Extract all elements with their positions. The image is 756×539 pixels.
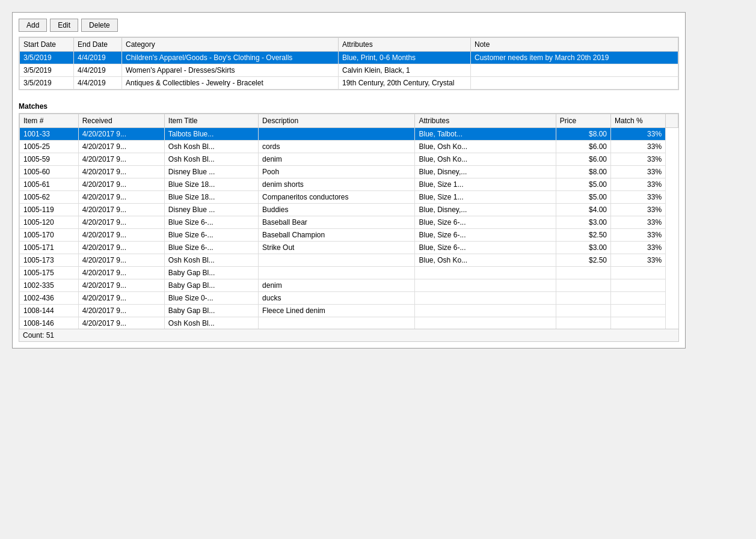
matches-table: Item # Received Item Title Description A…: [19, 114, 678, 329]
match-cell-price: $2.50: [556, 254, 610, 267]
matches-table-row[interactable]: 1005-175 4/20/2017 9... Baby Gap Bl...: [20, 267, 678, 279]
top-cell-end: 4/4/2019: [74, 64, 122, 77]
match-cell-price: $8.00: [556, 128, 610, 141]
match-cell-desc: denim shorts: [259, 178, 415, 191]
match-cell-itemnum: 1005-60: [20, 166, 79, 178]
match-cell-title: Blue Size 6-...: [164, 216, 258, 229]
col-end-date: End Date: [74, 38, 122, 52]
match-cell-price: $6.00: [556, 141, 610, 153]
top-cell-category: Children's Apparel/Goods - Boy's Clothin…: [122, 52, 339, 64]
match-cell-title: Blue Size 18...: [164, 191, 258, 204]
matches-table-row[interactable]: 1005-25 4/20/2017 9... Osh Kosh Bl... co…: [20, 141, 678, 153]
match-cell-itemnum: 1005-25: [20, 141, 79, 153]
top-table-row[interactable]: 3/5/2019 4/4/2019 Antiques & Collectible…: [20, 77, 678, 90]
top-cell-end: 4/4/2019: [74, 77, 122, 90]
match-cell-desc: cords: [259, 141, 415, 153]
match-cell-title: Osh Kosh Bl...: [164, 153, 258, 166]
match-cell-price: $3.00: [556, 242, 610, 254]
match-cell-attr: [415, 279, 556, 292]
matches-table-row[interactable]: 1005-171 4/20/2017 9... Blue Size 6-... …: [20, 242, 678, 254]
mcol-price: Price: [556, 114, 610, 128]
match-cell-attr: Blue, Disney,...: [415, 204, 556, 216]
match-cell-itemnum: 1005-119: [20, 204, 79, 216]
matches-table-row[interactable]: 1005-119 4/20/2017 9... Disney Blue ... …: [20, 204, 678, 216]
match-cell-attr: Blue, Size 6-...: [415, 216, 556, 229]
count-bar: Count: 51: [19, 329, 679, 342]
delete-button[interactable]: Delete: [81, 19, 118, 32]
matches-table-row[interactable]: 1005-61 4/20/2017 9... Blue Size 18... d…: [20, 178, 678, 191]
top-cell-end: 4/4/2019: [74, 52, 122, 64]
match-cell-desc: Strike Out: [259, 242, 415, 254]
match-cell-received: 4/20/2017 9...: [78, 317, 164, 330]
match-cell-price: $2.50: [556, 229, 610, 242]
match-cell-received: 4/20/2017 9...: [78, 216, 164, 229]
matches-table-row[interactable]: 1005-120 4/20/2017 9... Blue Size 6-... …: [20, 216, 678, 229]
match-cell-attr: Blue, Disney,...: [415, 166, 556, 178]
match-cell-match: 33%: [610, 204, 665, 216]
match-cell-received: 4/20/2017 9...: [78, 128, 164, 141]
top-cell-note: [471, 77, 678, 90]
match-cell-itemnum: 1005-120: [20, 216, 79, 229]
match-cell-match: 33%: [610, 216, 665, 229]
matches-table-row[interactable]: 1008-144 4/20/2017 9... Baby Gap Bl... F…: [20, 305, 678, 317]
match-cell-attr: Blue, Size 6-...: [415, 242, 556, 254]
edit-button[interactable]: Edit: [50, 19, 78, 32]
match-cell-price: $5.00: [556, 178, 610, 191]
match-cell-received: 4/20/2017 9...: [78, 166, 164, 178]
match-cell-desc: Fleece Lined denim: [259, 305, 415, 317]
match-cell-price: $5.00: [556, 191, 610, 204]
matches-table-row[interactable]: 1005-60 4/20/2017 9... Disney Blue ... P…: [20, 166, 678, 178]
matches-table-row[interactable]: 1005-59 4/20/2017 9... Osh Kosh Bl... de…: [20, 153, 678, 166]
matches-table-row[interactable]: 1008-146 4/20/2017 9... Osh Kosh Bl...: [20, 317, 678, 330]
match-cell-match: [610, 305, 665, 317]
match-cell-received: 4/20/2017 9...: [78, 267, 164, 279]
matches-table-row[interactable]: 1001-33 4/20/2017 9... Talbots Blue... B…: [20, 128, 678, 141]
match-cell-desc: Baseball Champion: [259, 229, 415, 242]
mcol-item-title: Item Title: [164, 114, 258, 128]
match-cell-attr: Blue, Osh Ko...: [415, 254, 556, 267]
match-cell-title: Baby Gap Bl...: [164, 279, 258, 292]
match-cell-price: [556, 305, 610, 317]
match-cell-desc: [259, 317, 415, 330]
match-cell-match: 33%: [610, 242, 665, 254]
top-table-row[interactable]: 3/5/2019 4/4/2019 Children's Apparel/Goo…: [20, 52, 678, 64]
col-category: Category: [122, 38, 339, 52]
top-table: Start Date End Date Category Attributes …: [19, 37, 678, 90]
top-table-row[interactable]: 3/5/2019 4/4/2019 Women's Apparel - Dres…: [20, 64, 678, 77]
match-cell-price: $8.00: [556, 166, 610, 178]
add-button[interactable]: Add: [19, 19, 47, 32]
match-cell-desc: Companeritos conductores: [259, 191, 415, 204]
match-cell-price: [556, 317, 610, 330]
match-cell-match: 33%: [610, 191, 665, 204]
count-label: Count: 51: [23, 331, 54, 340]
top-cell-start: 3/5/2019: [20, 77, 74, 90]
match-cell-desc: [259, 128, 415, 141]
match-cell-match: 33%: [610, 166, 665, 178]
match-cell-received: 4/20/2017 9...: [78, 204, 164, 216]
match-cell-attr: Blue, Osh Ko...: [415, 141, 556, 153]
mcol-scroll-space: [666, 114, 678, 128]
match-cell-itemnum: 1005-59: [20, 153, 79, 166]
top-cell-attributes: 19th Century, 20th Century, Crystal: [339, 77, 471, 90]
matches-table-container[interactable]: Item # Received Item Title Description A…: [19, 113, 679, 329]
matches-table-row[interactable]: 1005-62 4/20/2017 9... Blue Size 18... C…: [20, 191, 678, 204]
match-cell-title: Disney Blue ...: [164, 204, 258, 216]
match-cell-match: 33%: [610, 153, 665, 166]
match-cell-received: 4/20/2017 9...: [78, 178, 164, 191]
match-cell-attr: Blue, Osh Ko...: [415, 153, 556, 166]
matches-table-row[interactable]: 1002-335 4/20/2017 9... Baby Gap Bl... d…: [20, 279, 678, 292]
match-cell-attr: Blue, Size 1...: [415, 178, 556, 191]
match-cell-desc: denim: [259, 153, 415, 166]
matches-label: Matches: [19, 102, 679, 111]
match-cell-itemnum: 1005-170: [20, 229, 79, 242]
match-cell-attr: [415, 305, 556, 317]
matches-table-row[interactable]: 1002-436 4/20/2017 9... Blue Size 0-... …: [20, 292, 678, 305]
matches-table-row[interactable]: 1005-170 4/20/2017 9... Blue Size 6-... …: [20, 229, 678, 242]
match-cell-match: 33%: [610, 141, 665, 153]
match-cell-itemnum: 1005-171: [20, 242, 79, 254]
match-cell-received: 4/20/2017 9...: [78, 191, 164, 204]
mcol-description: Description: [259, 114, 415, 128]
matches-table-row[interactable]: 1005-173 4/20/2017 9... Osh Kosh Bl... B…: [20, 254, 678, 267]
mcol-match: Match %: [610, 114, 665, 128]
match-cell-match: [610, 279, 665, 292]
